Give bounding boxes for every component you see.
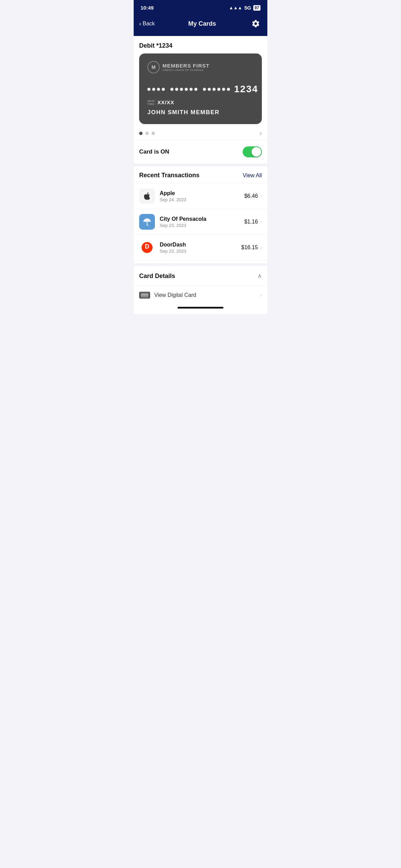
pagination-row: › <box>134 124 267 140</box>
page-dot-3[interactable] <box>151 132 155 135</box>
back-chevron-icon: ‹ <box>139 21 141 27</box>
doordash-transaction-right: $16.15 › <box>241 244 262 251</box>
view-digital-card-chevron-icon: › <box>260 292 262 298</box>
card-expiry: XX/XX <box>157 99 174 105</box>
apple-transaction-amount: $6.46 <box>244 193 258 199</box>
battery-icon: 97 <box>253 5 260 11</box>
dot <box>152 88 155 91</box>
view-digital-card-row[interactable]: View Digital Card › <box>134 286 267 304</box>
dot <box>227 88 230 91</box>
doordash-transaction-date: Sep 23, 2023 <box>160 249 236 254</box>
card-toggle-row: Card is ON <box>134 140 267 166</box>
toggle-knob <box>252 147 261 157</box>
city-chevron-icon: › <box>260 219 262 225</box>
dot <box>162 88 165 91</box>
status-time: 10:49 <box>141 5 154 11</box>
doordash-logo-icon: D <box>142 242 153 253</box>
card-number-row: 1234 <box>147 84 254 95</box>
main-content: Debit *1234 M MEMBERS FIRST CREDIT UNION… <box>134 36 267 304</box>
page-title: My Cards <box>188 20 216 27</box>
apple-logo-icon <box>143 192 151 201</box>
back-label: Back <box>143 21 155 27</box>
dot <box>203 88 206 91</box>
city-transaction-icon <box>139 214 155 230</box>
view-digital-card-left: View Digital Card <box>139 292 196 299</box>
card-dots-group2 <box>170 88 197 91</box>
card-holder-name: JOHN SMITH MEMBER <box>147 109 254 116</box>
dot <box>147 88 150 91</box>
card-details-header[interactable]: Card Details ∧ <box>134 266 267 286</box>
next-card-button[interactable]: › <box>259 129 262 138</box>
dot <box>208 88 211 91</box>
dot <box>190 88 193 91</box>
dot <box>222 88 225 91</box>
signal-icon: ▲▲▲ <box>229 5 242 10</box>
doordash-transaction-info: DoorDash Sep 23, 2023 <box>160 242 236 254</box>
apple-transaction-name: Apple <box>160 190 240 196</box>
doordash-chevron-icon: › <box>260 244 262 251</box>
card-details-title: Card Details <box>139 273 175 280</box>
valid-thru-label: VALID THRU <box>147 99 155 106</box>
settings-button[interactable] <box>250 17 262 30</box>
apple-transaction-icon <box>139 188 155 204</box>
transaction-item-apple[interactable]: Apple Sep 24, 2023 $6.46 › <box>134 183 267 209</box>
transactions-section: Recent Transactions View All Apple Sep 2… <box>134 166 267 261</box>
gear-icon <box>251 19 260 28</box>
view-all-button[interactable]: View All <box>243 172 262 179</box>
dot <box>180 88 183 91</box>
dot <box>194 88 197 91</box>
credit-card: M MEMBERS FIRST CREDIT UNION OF FLORIDA <box>139 53 262 124</box>
status-right: ▲▲▲ 5G 97 <box>229 5 260 11</box>
dot <box>217 88 220 91</box>
card-dots-group1 <box>147 88 165 91</box>
transactions-title: Recent Transactions <box>139 172 199 179</box>
card-dots-group3 <box>203 88 230 91</box>
apple-transaction-date: Sep 24, 2023 <box>160 197 240 202</box>
bank-sub: CREDIT UNION OF FLORIDA <box>162 69 209 72</box>
doordash-transaction-amount: $16.15 <box>241 244 258 251</box>
back-button[interactable]: ‹ Back <box>139 21 155 27</box>
page-dot-2[interactable] <box>145 132 149 135</box>
city-transaction-amount: $1.16 <box>244 219 258 225</box>
city-transaction-right: $1.16 › <box>244 219 262 225</box>
apple-transaction-info: Apple Sep 24, 2023 <box>160 190 240 202</box>
card-logo-area: M MEMBERS FIRST CREDIT UNION OF FLORIDA <box>147 61 254 73</box>
page-dot-1[interactable] <box>139 132 143 135</box>
home-bar <box>178 307 223 309</box>
status-bar: 10:49 ▲▲▲ 5G 97 <box>134 0 267 14</box>
svg-text:D: D <box>145 243 149 250</box>
transactions-header: Recent Transactions View All <box>134 166 267 183</box>
bank-name: MEMBERS FIRST <box>162 63 209 69</box>
city-transaction-date: Sep 23, 2023 <box>160 223 240 228</box>
dot <box>175 88 178 91</box>
network-label: 5G <box>244 5 251 11</box>
dot <box>157 88 160 91</box>
umbrella-icon <box>141 216 153 228</box>
svg-rect-5 <box>141 294 148 296</box>
city-transaction-info: City Of Pensacola Sep 23, 2023 <box>160 216 240 228</box>
card-on-toggle[interactable] <box>243 146 262 157</box>
apple-transaction-right: $6.46 › <box>244 193 262 199</box>
dot <box>185 88 188 91</box>
card-last4: 1234 <box>234 84 258 95</box>
doordash-transaction-icon: D <box>139 240 155 255</box>
city-transaction-name: City Of Pensacola <box>160 216 240 222</box>
digital-card-icon <box>139 292 150 299</box>
transaction-item-doordash[interactable]: D DoorDash Sep 23, 2023 $16.15 › <box>134 235 267 261</box>
dot <box>212 88 216 91</box>
bank-logo-text: MEMBERS FIRST CREDIT UNION OF FLORIDA <box>162 63 209 72</box>
transaction-item-city[interactable]: City Of Pensacola Sep 23, 2023 $1.16 › <box>134 209 267 235</box>
card-details-section: Card Details ∧ View Digital Card › <box>134 263 267 304</box>
card-on-label: Card is ON <box>139 148 169 155</box>
card-container: M MEMBERS FIRST CREDIT UNION OF FLORIDA <box>134 53 267 124</box>
nav-header: ‹ Back My Cards <box>134 14 267 36</box>
dot <box>170 88 173 91</box>
bank-logo-circle: M <box>147 61 160 73</box>
card-details-chevron-icon: ∧ <box>257 272 262 280</box>
apple-chevron-icon: › <box>260 193 262 199</box>
pagination-dots <box>139 132 155 135</box>
home-indicator <box>134 304 267 314</box>
card-validity-row: VALID THRU XX/XX <box>147 99 254 106</box>
view-digital-card-label: View Digital Card <box>154 292 196 298</box>
card-label: Debit *1234 <box>134 36 267 53</box>
